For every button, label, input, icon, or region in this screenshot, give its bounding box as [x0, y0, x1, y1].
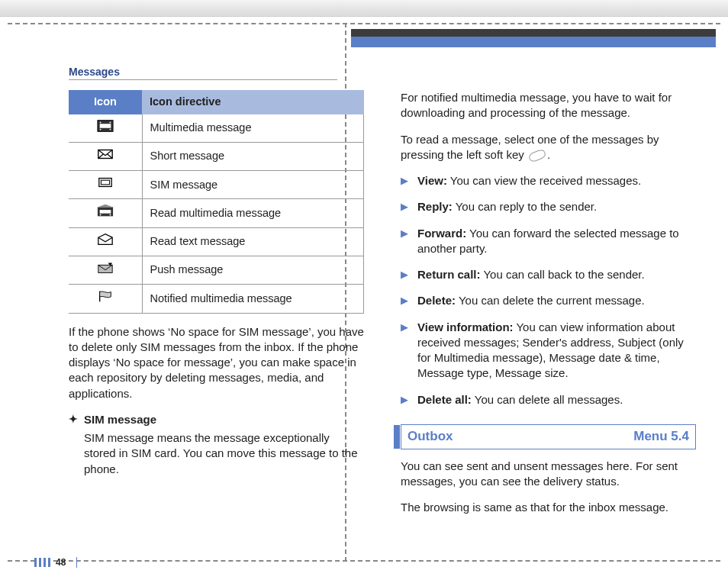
table-row: Read multimedia message [69, 199, 364, 227]
option-desc: You can delete all messages. [472, 393, 623, 406]
read-message-text-b: . [547, 148, 550, 161]
option-desc: You can call back to the sender. [481, 268, 645, 281]
icon-table-label: Push message [142, 256, 364, 285]
sim-message-body: SIM message means the message exceptiona… [69, 430, 364, 477]
table-row: Read text message [69, 227, 364, 256]
option-term: View information: [417, 320, 514, 333]
read-text-message-icon [69, 227, 142, 256]
read-message-paragraph: To read a message, select one of the mes… [401, 132, 696, 163]
short-message-icon [69, 142, 142, 170]
table-row: Multimedia message [69, 114, 364, 143]
list-item: Return call: You can call back to the se… [401, 267, 696, 293]
outbox-paragraph-2: The browsing is same as that for the inb… [401, 500, 696, 515]
icon-table-header-icon: Icon [69, 90, 142, 114]
svg-point-11 [99, 214, 101, 216]
option-term: Return call: [417, 268, 481, 281]
table-row: Short message [69, 142, 364, 170]
list-item: Delete: You can delete the current messa… [401, 293, 696, 319]
list-item: Delete all: You can delete all messages. [401, 392, 696, 418]
list-item: View: You can view the received messages… [401, 173, 696, 199]
outbox-paragraph-1: You can see sent and unsent messages her… [401, 459, 696, 490]
outbox-heading-menu: Menu 5.4 [633, 428, 689, 446]
option-term: Delete all: [417, 393, 472, 406]
multimedia-message-icon [69, 114, 142, 143]
notified-multimedia-message-icon [69, 285, 142, 313]
option-desc: You can delete the current message. [456, 294, 645, 307]
right-column: For notified multimedia message, you hav… [401, 90, 696, 540]
sim-message-heading: SIM message [69, 412, 364, 427]
page-number-decor-icon [34, 558, 51, 567]
section-header: Messages [69, 66, 120, 78]
icon-table-label: Notified multimedia message [142, 285, 364, 313]
top-dashed-rule [8, 23, 720, 24]
icon-table-label: SIM message [142, 171, 364, 199]
left-column: Icon Icon directive Multimedia message S… [69, 90, 364, 540]
svg-point-12 [109, 214, 111, 216]
page-number-divider [76, 557, 77, 568]
left-soft-key-icon [527, 148, 546, 163]
page-number-area: 48 [34, 557, 77, 568]
icon-table-label: Short message [142, 142, 364, 170]
table-row: Notified multimedia message [69, 285, 364, 313]
top-blue-bar [351, 37, 716, 47]
table-row: SIM message [69, 171, 364, 199]
option-desc: You can reply to the sender. [453, 200, 597, 213]
options-list: View: You can view the received messages… [401, 173, 696, 418]
read-multimedia-message-icon [69, 199, 142, 227]
svg-rect-8 [101, 180, 109, 185]
option-desc: You can view the received messages. [447, 174, 641, 187]
svg-point-2 [109, 121, 111, 123]
outbox-heading-title: Outbox [407, 428, 453, 446]
icon-table-label: Multimedia message [142, 114, 364, 143]
no-space-paragraph: If the phone shows ‘No space for SIM mes… [69, 324, 364, 401]
icon-table-label: Read multimedia message [142, 199, 364, 227]
svg-point-3 [99, 128, 101, 130]
sim-message-icon [69, 171, 142, 199]
page-number: 48 [56, 557, 66, 568]
option-term: Reply: [417, 200, 453, 213]
table-row: Push message [69, 256, 364, 285]
push-message-icon [69, 256, 142, 285]
svg-rect-10 [99, 211, 111, 214]
notified-paragraph: For notified multimedia message, you hav… [401, 90, 696, 121]
svg-point-4 [109, 128, 111, 130]
top-gradient-decor [0, 0, 728, 17]
list-item: Reply: You can reply to the sender. [401, 199, 696, 225]
bottom-dashed-rule [8, 560, 720, 562]
icon-table: Icon Icon directive Multimedia message S… [69, 90, 364, 314]
page-content: Icon Icon directive Multimedia message S… [69, 90, 696, 540]
list-item: Forward: You can forward the selected me… [401, 226, 696, 268]
outbox-heading: Outbox Menu 5.4 [401, 424, 696, 449]
icon-table-header-directive: Icon directive [142, 90, 364, 114]
svg-point-1 [99, 121, 101, 123]
section-header-underline [69, 79, 337, 80]
option-term: View: [417, 174, 447, 187]
option-term: Delete: [417, 294, 456, 307]
icon-table-label: Read text message [142, 227, 364, 256]
svg-rect-5 [99, 124, 111, 128]
option-term: Forward: [417, 227, 466, 240]
list-item: View information: You can view informati… [401, 320, 696, 392]
